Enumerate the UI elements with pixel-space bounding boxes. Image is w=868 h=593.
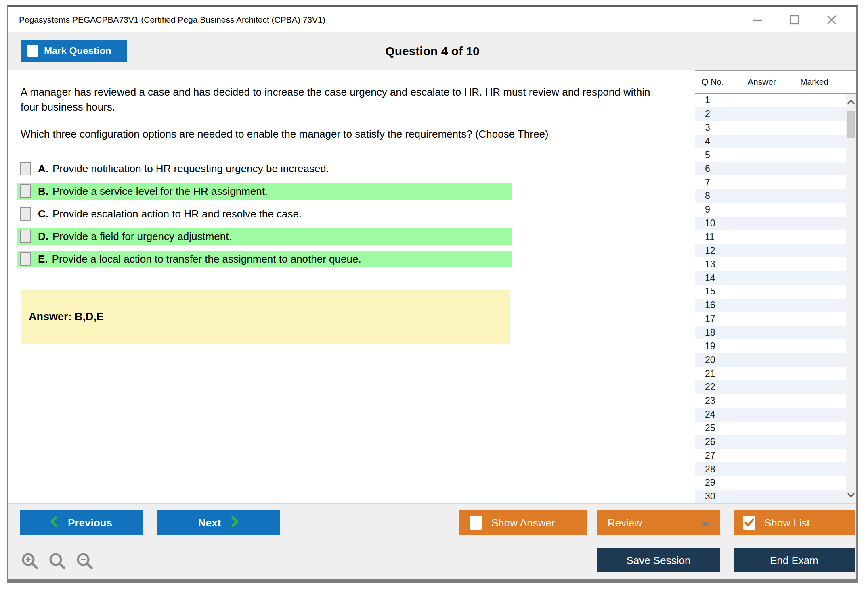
option-row[interactable]: C.Provide escalation action to HR and re… — [17, 205, 512, 222]
option-text: Provide a local action to transfer the a… — [52, 253, 361, 265]
scroll-down-icon[interactable] — [846, 489, 856, 501]
table-row[interactable]: 4 — [695, 135, 846, 148]
table-row[interactable]: 9 — [695, 203, 846, 217]
table-row[interactable]: 28 — [695, 462, 846, 476]
table-row[interactable]: 5 — [695, 148, 846, 162]
question-text-1: A manager has reviewed a case and has de… — [21, 85, 667, 115]
mark-question-button[interactable]: Mark Question — [21, 40, 127, 62]
option-checkbox[interactable] — [20, 252, 31, 266]
cell-qno: 19 — [695, 341, 740, 352]
option-letter: B. — [38, 185, 48, 198]
chevron-right-icon — [231, 516, 239, 530]
options-list: A.Provide notification to HR requesting … — [17, 160, 689, 267]
zoom-out-icon[interactable] — [75, 552, 94, 571]
table-row[interactable]: 1 — [695, 94, 846, 107]
table-row[interactable]: 2 — [695, 107, 846, 121]
show-answer-checkbox[interactable] — [470, 516, 482, 530]
option-row[interactable]: E.Provide a local action to transfer the… — [17, 251, 512, 267]
cell-qno: 13 — [695, 259, 740, 270]
cell-qno: 18 — [695, 327, 740, 338]
footer-bar: Previous Next Show Answer Review Show Li… — [8, 503, 856, 579]
table-row[interactable]: 27 — [695, 449, 846, 462]
table-row[interactable]: 20 — [695, 353, 846, 367]
table-row[interactable]: 16 — [695, 299, 846, 312]
next-label: Next — [198, 517, 221, 529]
table-row[interactable]: 3 — [695, 121, 846, 135]
option-row[interactable]: B.Provide a service level for the HR ass… — [17, 183, 512, 200]
option-text: Provide a field for urgency adjustment. — [52, 230, 232, 243]
question-text-2: Which three configuration options are ne… — [21, 127, 667, 142]
show-list-button[interactable]: Show List — [734, 510, 855, 535]
table-row[interactable]: 19 — [695, 339, 846, 353]
minimize-icon[interactable] — [751, 13, 764, 27]
scrollbar-thumb[interactable] — [847, 111, 855, 138]
table-row[interactable]: 25 — [695, 422, 846, 435]
cell-qno: 24 — [695, 409, 740, 420]
option-checkbox[interactable] — [20, 184, 31, 198]
question-counter: Question 4 of 10 — [385, 44, 479, 58]
cell-qno: 4 — [695, 136, 740, 147]
window-title: Pegasystems PEGACPBA73V1 (Certified Pega… — [19, 15, 325, 25]
cell-qno: 27 — [695, 450, 740, 461]
option-checkbox[interactable] — [20, 162, 31, 175]
table-row[interactable]: 6 — [695, 162, 846, 175]
end-exam-label: End Exam — [770, 554, 818, 567]
scroll-up-icon[interactable] — [846, 96, 856, 108]
option-text: Provide notification to HR requesting ur… — [52, 163, 329, 175]
mark-question-checkbox[interactable] — [27, 45, 38, 57]
cell-qno: 14 — [695, 273, 740, 284]
title-bar: Pegasystems PEGACPBA73V1 (Certified Pega… — [8, 7, 856, 32]
question-panel: A manager has reviewed a case and has de… — [8, 70, 695, 503]
app-window: Pegasystems PEGACPBA73V1 (Certified Pega… — [7, 5, 858, 583]
table-row[interactable]: 12 — [695, 244, 846, 257]
option-checkbox[interactable] — [20, 207, 31, 221]
close-icon[interactable] — [825, 13, 839, 27]
show-answer-button[interactable]: Show Answer — [459, 510, 587, 535]
cell-qno: 6 — [695, 163, 740, 174]
zoom-in-icon[interactable] — [21, 552, 39, 571]
table-row[interactable]: 22 — [695, 380, 846, 394]
option-row[interactable]: D.Provide a field for urgency adjustment… — [17, 228, 512, 245]
cell-qno: 29 — [695, 477, 740, 488]
table-row[interactable]: 11 — [695, 230, 846, 244]
option-letter: D. — [38, 230, 48, 243]
option-letter: C. — [38, 208, 48, 220]
table-row[interactable]: 8 — [695, 189, 846, 203]
table-row[interactable]: 29 — [695, 476, 846, 490]
table-row[interactable]: 26 — [695, 435, 846, 449]
answer-label: Answer: B,D,E — [29, 311, 104, 323]
table-row[interactable]: 24 — [695, 408, 846, 422]
cell-qno: 8 — [695, 190, 740, 201]
review-label: Review — [608, 517, 642, 529]
cell-qno: 12 — [695, 245, 740, 256]
answer-box: Answer: B,D,E — [21, 290, 510, 344]
cell-qno: 15 — [695, 286, 740, 297]
cell-qno: 16 — [695, 300, 740, 311]
table-row[interactable]: 18 — [695, 326, 846, 340]
question-table-rows: 1234567891011121314151617181920212223242… — [695, 94, 846, 503]
table-row[interactable]: 30 — [695, 490, 846, 503]
table-row[interactable]: 10 — [695, 217, 846, 230]
review-button[interactable]: Review — [597, 510, 720, 535]
option-checkbox[interactable] — [20, 230, 31, 243]
save-session-button[interactable]: Save Session — [597, 548, 720, 572]
end-exam-button[interactable]: End Exam — [734, 548, 855, 572]
table-row[interactable]: 13 — [695, 257, 846, 271]
next-button[interactable]: Next — [157, 510, 280, 535]
content-area: A manager has reviewed a case and has de… — [8, 70, 856, 503]
zoom-reset-icon[interactable] — [48, 552, 67, 571]
column-header-answer: Answer — [748, 77, 800, 87]
table-row[interactable]: 14 — [695, 271, 846, 285]
table-row[interactable]: 23 — [695, 394, 846, 408]
table-row[interactable]: 7 — [695, 175, 846, 189]
table-row[interactable]: 21 — [695, 367, 846, 380]
previous-button[interactable]: Previous — [20, 510, 143, 535]
table-scrollbar[interactable] — [846, 94, 856, 503]
table-row[interactable]: 17 — [695, 312, 846, 326]
show-list-checkbox[interactable] — [743, 516, 755, 530]
table-row[interactable]: 15 — [695, 285, 846, 299]
show-list-label: Show List — [764, 517, 810, 529]
window-controls — [751, 13, 839, 27]
option-row[interactable]: A.Provide notification to HR requesting … — [17, 160, 512, 177]
maximize-icon[interactable] — [788, 13, 801, 27]
